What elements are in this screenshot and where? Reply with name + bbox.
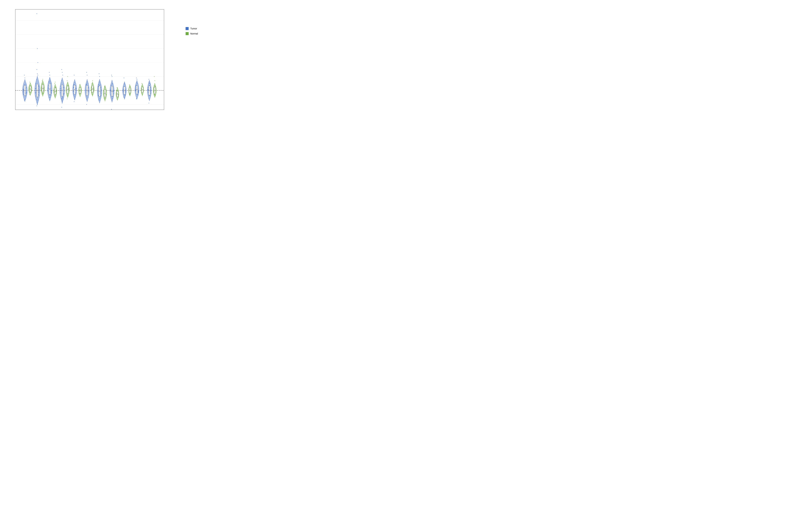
- svg-point-429: [74, 90, 75, 90]
- svg-point-514: [88, 87, 89, 88]
- svg-point-562: [92, 94, 92, 95]
- svg-point-280: [56, 91, 57, 91]
- svg-point-337: [62, 103, 63, 103]
- svg-point-998: [154, 83, 155, 84]
- svg-point-409: [75, 86, 76, 86]
- svg-point-243: [49, 75, 50, 75]
- svg-point-877: [137, 79, 137, 79]
- svg-point-373: [68, 85, 69, 86]
- svg-point-225: [49, 80, 50, 80]
- svg-text:HNSC: HNSC: [61, 109, 67, 110]
- svg-point-190: [42, 82, 43, 83]
- svg-text:LUSC: LUSC: [111, 110, 117, 110]
- svg-text:UCEC: UCEC: [148, 109, 155, 110]
- svg-point-790: [124, 90, 125, 91]
- svg-point-788: [124, 97, 124, 98]
- svg-point-144: [35, 84, 36, 85]
- svg-point-27: [24, 99, 25, 100]
- svg-point-534: [91, 93, 92, 93]
- svg-point-465: [81, 91, 82, 91]
- svg-point-427: [74, 101, 74, 102]
- svg-point-878: [136, 99, 137, 99]
- svg-point-55: [24, 75, 25, 75]
- svg-point-196: [43, 79, 43, 79]
- svg-point-558: [93, 89, 94, 90]
- svg-point-417: [75, 95, 75, 95]
- svg-point-412: [74, 99, 75, 100]
- svg-point-266: [55, 87, 56, 87]
- chart-container: TumorNormal 9101112131415BLCABRCACOADHNS…: [0, 0, 203, 127]
- svg-point-652: [104, 99, 105, 99]
- svg-point-443: [79, 91, 80, 92]
- svg-point-367: [68, 94, 68, 95]
- svg-point-127: [35, 88, 36, 89]
- svg-point-777: [125, 95, 125, 95]
- svg-point-999: [155, 96, 155, 96]
- svg-point-100: [30, 82, 30, 82]
- svg-point-339: [62, 90, 63, 91]
- svg-point-829: [130, 87, 131, 88]
- svg-point-890: [142, 86, 143, 87]
- svg-point-103: [30, 89, 31, 90]
- svg-point-507: [88, 92, 89, 92]
- svg-point-207: [48, 81, 49, 82]
- svg-point-423: [74, 82, 75, 83]
- svg-point-602: [100, 85, 101, 86]
- svg-point-655: [105, 93, 105, 94]
- svg-point-866: [138, 95, 138, 95]
- svg-point-310: [64, 87, 64, 88]
- svg-point-951: [148, 91, 148, 91]
- svg-point-915: [142, 94, 143, 95]
- svg-point-139: [38, 101, 38, 101]
- svg-point-768: [124, 85, 125, 86]
- svg-point-577: [101, 89, 101, 90]
- svg-point-39: [26, 88, 26, 89]
- svg-point-564: [92, 89, 93, 90]
- svg-point-124: [36, 92, 36, 93]
- svg-point-328: [63, 94, 64, 95]
- svg-point-567: [99, 85, 100, 86]
- svg-point-380: [67, 80, 67, 81]
- svg-point-106: [38, 86, 39, 86]
- svg-point-839: [136, 88, 136, 89]
- legend-item-tumor: Tumor: [186, 27, 198, 30]
- svg-point-375: [67, 85, 67, 86]
- svg-point-955: [147, 89, 148, 90]
- svg-point-515: [86, 72, 87, 73]
- svg-point-590: [101, 93, 102, 94]
- svg-point-351: [67, 95, 67, 95]
- svg-point-346: [67, 96, 68, 96]
- svg-point-34: [25, 96, 26, 97]
- svg-point-961: [148, 89, 148, 90]
- svg-point-765: [125, 92, 126, 93]
- svg-point-167: [41, 87, 42, 88]
- svg-point-146: [37, 48, 38, 49]
- svg-text:BRCA: BRCA: [36, 110, 43, 110]
- svg-point-832: [129, 94, 130, 95]
- svg-point-513: [86, 85, 87, 86]
- svg-point-606: [99, 73, 99, 74]
- svg-point-147: [38, 62, 38, 63]
- svg-point-421: [75, 93, 76, 93]
- svg-point-149: [37, 73, 38, 74]
- svg-point-834: [130, 90, 130, 91]
- svg-point-578: [98, 92, 98, 93]
- svg-point-61: [29, 89, 30, 90]
- svg-point-967: [149, 103, 149, 103]
- svg-point-935: [148, 92, 149, 93]
- svg-point-101: [30, 94, 30, 95]
- svg-point-492: [87, 99, 87, 100]
- svg-point-381: [67, 76, 68, 77]
- svg-point-592: [101, 91, 101, 92]
- svg-point-519: [87, 90, 88, 91]
- svg-point-42: [26, 91, 27, 92]
- svg-point-128: [38, 86, 39, 87]
- svg-point-91: [31, 92, 31, 93]
- svg-point-422: [73, 86, 74, 86]
- svg-point-113: [36, 99, 37, 100]
- svg-point-579: [98, 87, 99, 87]
- svg-point-411: [73, 95, 74, 95]
- svg-point-869: [136, 87, 136, 87]
- svg-point-360: [66, 88, 67, 88]
- legend-label: Normal: [190, 32, 198, 35]
